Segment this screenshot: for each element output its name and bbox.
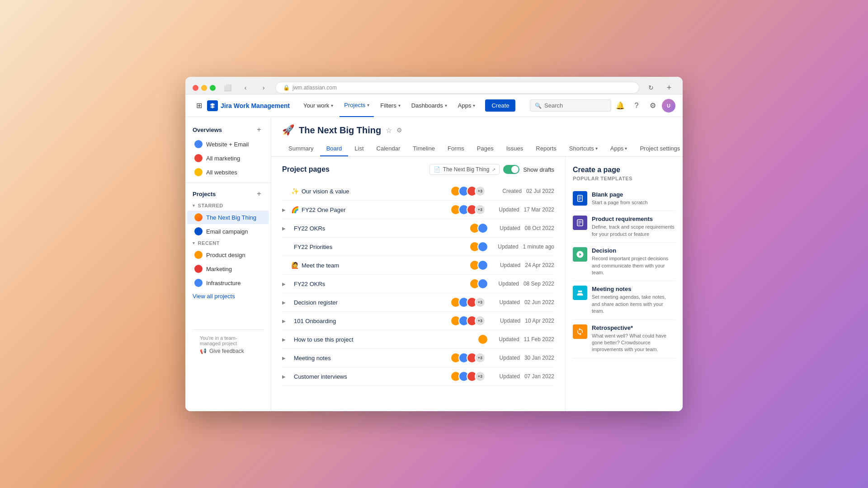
template-info: Blank page Start a page from scratch (592, 191, 675, 206)
help-button[interactable]: ? (629, 99, 644, 113)
expand-icon[interactable]: ▶ (282, 300, 291, 305)
star-icon[interactable]: ☆ (386, 126, 392, 135)
template-decision[interactable]: Decision Record important project decisi… (573, 243, 675, 281)
expand-icon[interactable]: ▶ (282, 319, 291, 324)
page-name[interactable]: Meeting notes (294, 355, 450, 361)
page-name[interactable]: Customer interviews (294, 373, 450, 380)
app-logo[interactable]: Jira Work Management (207, 100, 290, 111)
page-avatars: +3 (450, 186, 486, 197)
template-info: Product requirements Define, track and s… (592, 216, 675, 238)
svg-point-8 (578, 291, 580, 293)
user-avatar[interactable]: U (662, 99, 675, 113)
toggle-switch[interactable] (503, 165, 519, 174)
expand-icon[interactable]: ▶ (282, 374, 291, 379)
tab-pages[interactable]: Pages (471, 141, 500, 156)
template-name: Product requirements (592, 216, 675, 222)
url-text: jwm.atlassian.com (292, 84, 337, 91)
template-name: Blank page (592, 191, 675, 198)
expand-icon[interactable]: ▶ (282, 226, 291, 231)
page-name[interactable]: Decision register (294, 299, 450, 306)
template-blank-page[interactable]: Blank page Start a page from scratch (573, 187, 675, 211)
retrospective-icon (573, 324, 587, 339)
page-avatars: +3 (450, 371, 486, 382)
template-info: Meeting notes Set meeting agendas, take … (592, 286, 675, 314)
page-row: ▶ Meeting notes +3 Updated 30 Jan 2022 (282, 349, 554, 367)
forward-button[interactable]: › (257, 81, 270, 94)
megaphone-icon: 📢 (200, 348, 207, 354)
tab-list[interactable]: List (348, 141, 370, 156)
tab-forms[interactable]: Forms (441, 141, 471, 156)
expand-icon[interactable]: ▶ (282, 356, 291, 361)
refresh-button[interactable]: ↻ (645, 81, 657, 94)
address-bar[interactable]: 🔒 jwm.atlassian.com (275, 82, 639, 94)
sidebar-item-marketing[interactable]: Marketing (187, 262, 269, 276)
page-date: Updated 17 Mar 2022 (491, 206, 554, 213)
page-date: Updated 1 minute ago (491, 244, 554, 250)
page-name[interactable]: How to use this project (294, 336, 477, 343)
page-name[interactable]: FY22 OKRs (294, 281, 469, 287)
tab-summary[interactable]: Summary (282, 141, 320, 156)
page-row: FY22 Priorities Updated 1 minute ago (282, 238, 554, 256)
page-date: Updated 02 Jun 2022 (491, 299, 554, 305)
top-navigation: ⊞ Jira Work Management Your work ▾ Proje… (185, 94, 683, 117)
toggle-knob (511, 166, 519, 173)
tab-shortcuts[interactable]: Shortcuts ▾ (563, 141, 604, 156)
view-all-projects-link[interactable]: View all projects (185, 290, 271, 302)
back-button[interactable]: ‹ (239, 81, 252, 94)
sidebar-item-all-marketing[interactable]: All marketing (187, 151, 269, 165)
sidebar-item-email-campaign[interactable]: Email campaign (187, 225, 269, 238)
project-link-button[interactable]: 📄 The Next Big Thing ↗ (429, 164, 500, 175)
page-name[interactable]: Meet the team (302, 262, 469, 269)
notifications-button[interactable]: 🔔 (613, 99, 627, 113)
sidebar-item-all-websites[interactable]: All websites (187, 165, 269, 179)
sidebar-item-next-big-thing[interactable]: The Next Big Thing (187, 211, 269, 224)
nav-filters[interactable]: Filters ▾ (376, 94, 405, 117)
close-dot[interactable] (193, 85, 198, 91)
expand-icon[interactable]: ▶ (282, 337, 291, 342)
sidebar-item-product-design[interactable]: Product design (187, 248, 269, 262)
tab-apps[interactable]: Apps ▾ (604, 141, 634, 156)
template-product-requirements[interactable]: Product requirements Define, track and s… (573, 211, 675, 243)
sidebar-toggle-button[interactable]: ⬜ (221, 81, 234, 94)
template-desc: Set meeting agendas, take notes, and sha… (592, 294, 675, 314)
template-retrospective[interactable]: Retrospective* What went well? What coul… (573, 320, 675, 358)
add-overview-button[interactable]: + (255, 125, 264, 134)
sidebar-footer: You're in a team-managed project 📢 Give … (193, 329, 264, 361)
page-name[interactable]: 101 Onboarding (294, 318, 450, 324)
page-name[interactable]: Our vision & value (302, 188, 450, 195)
nav-your-work[interactable]: Your work ▾ (299, 94, 338, 117)
add-project-button[interactable]: + (255, 189, 264, 198)
svg-point-9 (580, 291, 582, 293)
nav-projects[interactable]: Projects ▾ (340, 94, 374, 117)
page-icon: 🌈 (291, 206, 299, 213)
minimize-dot[interactable] (201, 85, 207, 91)
website-email-icon (194, 140, 203, 148)
maximize-dot[interactable] (210, 85, 216, 91)
nav-dashboards[interactable]: Dashboards ▾ (407, 94, 452, 117)
show-drafts-toggle[interactable]: Show drafts (503, 165, 554, 174)
tab-project-settings[interactable]: Project settings (633, 141, 683, 156)
tab-reports[interactable]: Reports (529, 141, 563, 156)
page-name[interactable]: FY22 Priorities (294, 244, 469, 250)
grid-menu-icon[interactable]: ⊞ (193, 99, 205, 112)
expand-icon[interactable]: ▶ (282, 207, 291, 212)
new-tab-button[interactable]: + (663, 81, 675, 94)
tab-timeline[interactable]: Timeline (406, 141, 441, 156)
settings-button[interactable]: ⚙ (646, 99, 660, 113)
page-name[interactable]: FY22 OKRs (294, 225, 469, 232)
page-avatars (477, 334, 486, 345)
tab-calendar[interactable]: Calendar (370, 141, 407, 156)
sidebar-item-website-email[interactable]: Website + Email (187, 137, 269, 151)
tab-issues[interactable]: Issues (500, 141, 530, 156)
avatar-count: +3 (475, 186, 486, 197)
settings-icon[interactable]: ⚙ (396, 127, 402, 134)
give-feedback-link[interactable]: 📢 Give feedback (200, 346, 256, 356)
sidebar-item-infrastructure[interactable]: Infrastructure (187, 276, 269, 290)
page-name[interactable]: FY22 One Pager (302, 206, 450, 213)
search-box[interactable]: 🔍 Search (530, 99, 611, 112)
create-button[interactable]: Create (485, 99, 515, 112)
tab-board[interactable]: Board (320, 141, 349, 156)
nav-apps[interactable]: Apps ▾ (453, 94, 480, 117)
template-meeting-notes[interactable]: Meeting notes Set meeting agendas, take … (573, 281, 675, 319)
expand-icon[interactable]: ▶ (282, 282, 291, 286)
